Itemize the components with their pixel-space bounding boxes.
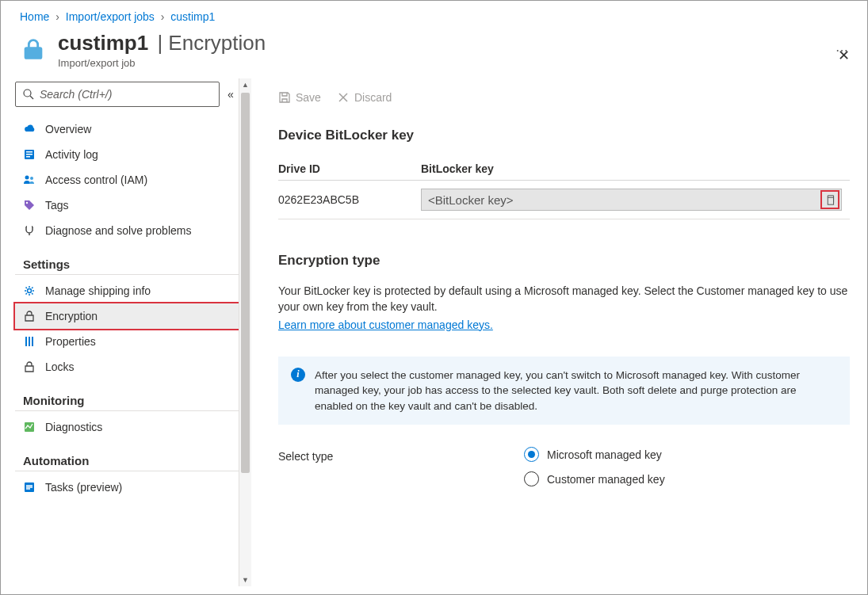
properties-icon <box>23 335 36 348</box>
svg-rect-5 <box>26 156 30 158</box>
search-box[interactable] <box>15 82 220 107</box>
info-text: After you select the customer managed ke… <box>315 368 837 414</box>
tag-icon <box>23 199 36 212</box>
cloud-icon <box>23 123 36 135</box>
sidebar-item-label: Properties <box>45 335 96 348</box>
svg-rect-10 <box>25 337 27 346</box>
svg-point-8 <box>26 202 28 204</box>
save-button[interactable]: Save <box>278 91 321 104</box>
sidebar-item-label: Tags <box>45 199 69 212</box>
search-input[interactable] <box>40 88 212 101</box>
search-icon <box>22 88 35 101</box>
svg-rect-3 <box>26 151 33 153</box>
diag-icon <box>23 421 36 433</box>
table-row: 0262E23ABC5B <BitLocker key> <box>278 181 850 219</box>
svg-rect-17 <box>828 197 833 204</box>
section-heading: Encryption type <box>278 253 850 269</box>
lock-icon <box>23 360 36 373</box>
description-text: Your BitLocker key is protected by defau… <box>278 283 850 315</box>
table-header: BitLocker key <box>421 158 850 181</box>
discard-button[interactable]: Discard <box>337 91 392 104</box>
sidebar: « Overview Activity log Access control (… <box>1 78 239 586</box>
svg-point-6 <box>25 176 29 180</box>
breadcrumb-link[interactable]: custimp1 <box>170 10 215 23</box>
svg-line-1 <box>30 96 33 99</box>
sidebar-item-encryption[interactable]: Encryption <box>13 302 240 330</box>
sidebar-item-label: Overview <box>45 123 91 135</box>
breadcrumb: Home › Import/export jobs › custimp1 <box>1 1 867 28</box>
close-icon[interactable]: ✕ <box>838 47 850 64</box>
sidebar-item-label: Activity log <box>45 148 98 161</box>
svg-rect-4 <box>26 154 33 155</box>
iam-icon <box>23 174 36 186</box>
log-icon <box>23 148 36 161</box>
bitlocker-key-field[interactable]: <BitLocker key> <box>421 189 842 211</box>
page-title: custimp1 | Encryption <box>58 31 813 55</box>
bitlocker-table: Drive ID BitLocker key 0262E23ABC5B <Bit… <box>278 158 850 219</box>
sidebar-item-manage-shipping-info[interactable]: Manage shipping info <box>15 278 239 303</box>
save-icon <box>278 91 291 104</box>
scrollbar[interactable]: ▲ ▼ <box>239 78 251 586</box>
radio-customer-key[interactable]: Customer managed key <box>524 471 665 486</box>
nav-section-header: Monitoring <box>15 380 239 411</box>
radio-microsoft-key[interactable]: Microsoft managed key <box>524 447 665 462</box>
collapse-icon[interactable]: « <box>228 88 234 101</box>
info-box: i After you select the customer managed … <box>278 357 850 425</box>
sidebar-item-tasks-preview-[interactable]: Tasks (preview) <box>15 475 239 500</box>
learn-more-link[interactable]: Learn more about customer managed keys. <box>278 318 493 331</box>
sidebar-item-tags[interactable]: Tags <box>15 193 239 218</box>
sidebar-item-locks[interactable]: Locks <box>15 354 239 380</box>
scrollbar-thumb[interactable] <box>241 93 250 473</box>
nav-section-header: Settings <box>15 243 239 275</box>
breadcrumb-link[interactable]: Home <box>20 10 49 23</box>
sidebar-item-access-control-iam-[interactable]: Access control (IAM) <box>15 167 239 193</box>
svg-rect-12 <box>32 337 33 346</box>
sidebar-item-label: Access control (IAM) <box>45 174 147 186</box>
copy-icon <box>825 195 835 205</box>
table-header: Drive ID <box>278 158 421 181</box>
sidebar-item-diagnose-and-solve-problems[interactable]: Diagnose and solve problems <box>15 218 239 243</box>
page-subtitle: Import/export job <box>58 57 813 69</box>
radio-icon <box>524 471 539 486</box>
lock-icon <box>20 36 47 63</box>
main-content: Save Discard Device BitLocker key Drive … <box>251 78 867 586</box>
svg-point-9 <box>28 289 32 293</box>
lock-icon <box>23 310 36 322</box>
gear-icon <box>23 284 36 297</box>
sidebar-item-label: Locks <box>45 360 75 373</box>
sidebar-item-diagnostics[interactable]: Diagnostics <box>15 414 239 440</box>
copy-button[interactable] <box>820 190 839 209</box>
sidebar-item-label: Tasks (preview) <box>45 481 122 494</box>
svg-point-7 <box>30 177 33 180</box>
info-icon: i <box>291 368 305 382</box>
diagnose-icon <box>23 224 36 237</box>
sidebar-item-label: Manage shipping info <box>45 284 151 297</box>
radio-icon <box>524 447 539 462</box>
sidebar-item-label: Diagnostics <box>45 421 102 433</box>
toolbar: Save Discard <box>278 91 850 104</box>
svg-rect-11 <box>29 337 30 346</box>
scroll-up-icon[interactable]: ▲ <box>239 78 251 91</box>
svg-point-0 <box>24 90 31 97</box>
tasks-icon <box>23 481 36 494</box>
breadcrumb-link[interactable]: Import/export jobs <box>66 10 155 23</box>
scroll-down-icon[interactable]: ▼ <box>239 574 251 586</box>
discard-icon <box>337 91 350 104</box>
section-heading: Device BitLocker key <box>278 128 850 143</box>
sidebar-item-properties[interactable]: Properties <box>15 329 239 354</box>
sidebar-item-overview[interactable]: Overview <box>15 116 239 142</box>
field-label: Select type <box>278 447 524 463</box>
sidebar-item-activity-log[interactable]: Activity log <box>15 142 239 167</box>
sidebar-item-label: Encryption <box>45 310 98 322</box>
sidebar-item-label: Diagnose and solve problems <box>45 224 191 237</box>
nav-section-header: Automation <box>15 440 239 471</box>
radio-group: Microsoft managed key Customer managed k… <box>524 447 665 486</box>
drive-id-cell: 0262E23ABC5B <box>278 181 421 219</box>
